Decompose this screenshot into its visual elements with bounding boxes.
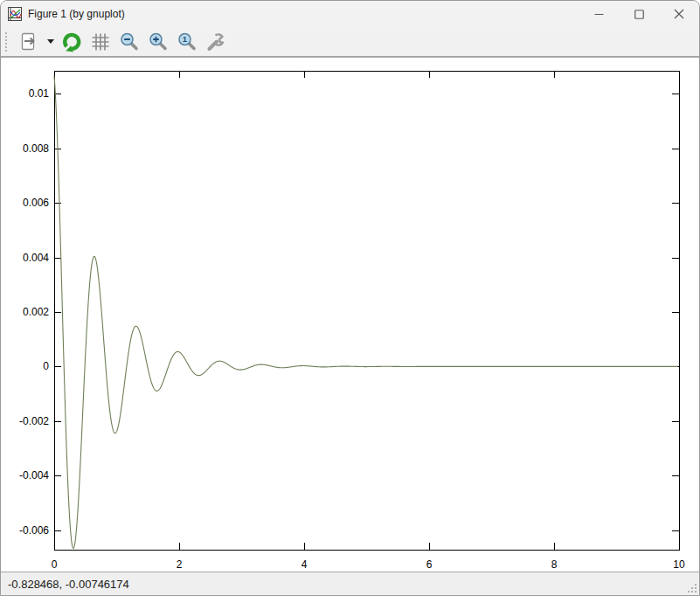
wrench-icon (204, 31, 227, 53)
replot-icon (60, 31, 83, 53)
y-tick-label: -0.002 (19, 415, 49, 427)
minimize-icon (594, 10, 604, 19)
y-tick-label: 0.01 (29, 87, 50, 100)
zoom-out-icon (118, 31, 141, 53)
y-tick-label: -0.006 (19, 524, 49, 537)
configure-button[interactable] (203, 30, 229, 54)
export-button[interactable] (16, 30, 42, 54)
x-tick-label: 2 (177, 558, 183, 571)
x-tick-label: 0 (52, 558, 58, 571)
y-tick-label: 0.008 (23, 142, 49, 155)
mouse-coordinates: -0.828468, -0.00746174 (8, 578, 129, 591)
plot-area[interactable]: 02468100.010.0080.0060.0040.0020-0.002-0… (1, 58, 699, 572)
status-bar: -0.828468, -0.00746174 (1, 572, 699, 595)
close-button[interactable] (659, 1, 699, 27)
replot-button[interactable] (59, 30, 85, 54)
x-tick-label: 10 (673, 558, 685, 571)
gnuplot-plot-icon (8, 7, 22, 21)
plot-canvas[interactable]: 02468100.010.0080.0060.0040.0020-0.002-0… (1, 58, 699, 572)
plot-border (55, 72, 680, 551)
grid-toggle-button[interactable] (87, 30, 114, 54)
series-curve (54, 76, 678, 548)
zoom-reset-button[interactable]: 1 (174, 30, 200, 54)
toolbar: 1 (1, 27, 699, 58)
zoom-reset-glyph: 1 (183, 34, 188, 44)
zoom-in-icon (147, 31, 170, 53)
title-bar[interactable]: Figure 1 (by gnuplot) (1, 1, 699, 27)
x-tick-label: 4 (301, 558, 308, 571)
maximize-button[interactable] (619, 1, 659, 27)
y-tick-label: 0 (43, 360, 49, 372)
y-tick-label: 0.006 (23, 197, 49, 209)
resize-grip[interactable] (688, 584, 697, 593)
window-title: Figure 1 (by gnuplot) (28, 8, 125, 20)
export-menu-button[interactable] (45, 30, 56, 54)
y-tick-label: -0.004 (19, 469, 49, 482)
x-tick-label: 8 (551, 558, 558, 571)
export-icon (17, 31, 40, 53)
gnuplot-window: Figure 1 (by gnuplot) (0, 0, 700, 596)
zoom-reset-icon: 1 (176, 31, 198, 53)
window-controls (579, 1, 699, 27)
zoom-in-button[interactable] (145, 30, 171, 54)
dropdown-caret-icon (47, 39, 54, 44)
maximize-icon (634, 10, 644, 19)
close-icon (674, 9, 684, 19)
toolbar-grip-handle[interactable] (5, 32, 10, 52)
y-tick-label: 0.002 (23, 306, 49, 318)
grid-icon (89, 31, 112, 53)
zoom-out-button[interactable] (116, 30, 142, 54)
minimize-button[interactable] (579, 1, 619, 27)
y-tick-label: 0.004 (23, 252, 49, 264)
x-tick-label: 6 (426, 558, 433, 571)
